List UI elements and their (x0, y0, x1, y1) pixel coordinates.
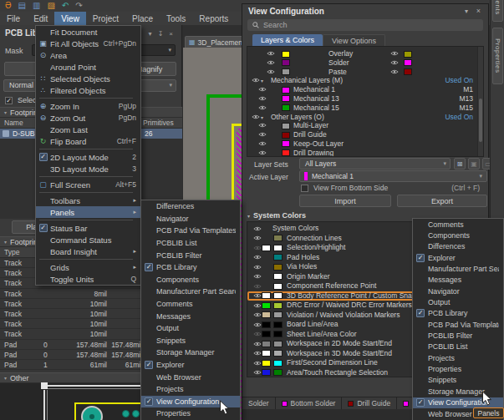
menu-item[interactable]: ✓ Panels ▸ (36, 206, 140, 218)
active-layer-dropdown[interactable]: Mechanical 1 ▾ (299, 170, 487, 182)
export-button[interactable]: Export (397, 195, 487, 207)
eye-icon[interactable] (258, 141, 267, 146)
layer-row[interactable]: ▾ Paste (247, 68, 483, 77)
color-swatch[interactable] (282, 95, 290, 102)
dock-tab-properties[interactable]: Properties (492, 28, 503, 84)
menu-item[interactable]: ✓ Command Status ▸ (36, 234, 140, 245)
eye-icon[interactable] (253, 342, 262, 347)
menu-item[interactable]: ✓ ↻ Flip Board Ctrl+F ▸ (36, 135, 140, 147)
panels-button-callout[interactable]: Panels (473, 407, 504, 418)
color-swatch[interactable] (282, 68, 290, 75)
eye-icon[interactable] (253, 226, 262, 231)
menu-item[interactable]: ✓ 3D Layout Mode 3 ▸ (36, 163, 140, 175)
color-swatch[interactable] (404, 68, 412, 75)
eye-icon[interactable] (253, 331, 262, 337)
save-icon[interactable]: ▤ (18, 2, 26, 10)
layer-row[interactable]: ▾ Mechanical 13 M13 (247, 94, 483, 104)
color-swatch[interactable] (262, 350, 271, 357)
menu-item[interactable]: ✓ Manufacturer Part Search (141, 286, 240, 298)
layer-sets-dropdown[interactable]: All Layers ▾ (299, 158, 451, 170)
document-tab[interactable]: ▦ 3D_Placement (185, 36, 248, 48)
menu-item[interactable]: ✓ Toggle Units Q ▸ (36, 273, 140, 285)
save-all-icon[interactable]: ▥ (33, 2, 40, 10)
menubar-item[interactable]: Reports (192, 12, 235, 25)
menu-item[interactable]: ✓ Explorer (141, 359, 240, 372)
color-swatch[interactable] (282, 104, 290, 111)
eye-icon[interactable] (267, 69, 275, 74)
close-icon[interactable]: × (476, 7, 481, 15)
menu-item[interactable]: ✓ Projects (413, 352, 503, 363)
layer-row[interactable]: ▾ Overlay (247, 49, 483, 58)
color-swatch[interactable] (273, 292, 283, 299)
color-swatch[interactable] (273, 283, 283, 290)
color-swatch[interactable] (282, 140, 290, 147)
menubar-item[interactable]: File (0, 12, 27, 25)
panel-menu-icon[interactable]: ▾ (149, 30, 152, 38)
color-swatch[interactable] (282, 87, 290, 94)
color-swatch[interactable] (262, 302, 271, 309)
layer-tab[interactable]: Solder (242, 397, 276, 409)
eye-icon[interactable] (258, 150, 267, 155)
eye-icon[interactable] (258, 132, 267, 137)
menubar-item[interactable]: Project (86, 12, 125, 25)
eye-icon[interactable] (253, 255, 262, 260)
menu-item[interactable]: ✓ Board Insight ▸ (36, 245, 140, 257)
eye-icon[interactable] (253, 245, 262, 250)
menu-item[interactable]: ✓ Explorer (413, 252, 503, 263)
redo-icon[interactable]: ↷ (75, 2, 82, 10)
menu-item[interactable]: ✓ PCB Library (141, 261, 240, 274)
menu-item[interactable]: ✓ Manufacturer Part Search (413, 263, 503, 274)
color-swatch[interactable] (273, 254, 283, 261)
color-swatch[interactable] (273, 302, 283, 309)
eye-icon[interactable] (253, 322, 262, 327)
color-swatch[interactable] (273, 245, 283, 251)
menu-item[interactable]: ✓ Snippets (141, 335, 240, 347)
color-swatch[interactable] (273, 331, 283, 337)
menu-item[interactable]: ✓ Around Point ▸ (36, 61, 140, 73)
color-swatch[interactable] (262, 292, 271, 299)
color-swatch[interactable] (273, 369, 283, 376)
menu-item[interactable]: ✓ PCBLIB List (413, 342, 503, 352)
menu-item[interactable]: ✓ Zoom Last ▸ (36, 124, 140, 135)
color-swatch[interactable] (262, 360, 271, 367)
system-colors-header[interactable]: ▾ System Colors (247, 211, 306, 220)
menu-item[interactable]: ✓ ⊙ Area ▸ (36, 49, 140, 61)
layer-tab[interactable]: Bottom Solder (276, 397, 343, 409)
layer-tab[interactable]: Drill Guide (342, 397, 397, 409)
menu-item[interactable]: ✓ ⊖ Zoom Out PgDn ▸ (36, 112, 140, 124)
menu-item[interactable]: ✓ Navigator (413, 286, 503, 296)
color-swatch[interactable] (273, 321, 283, 328)
color-swatch[interactable] (273, 360, 283, 367)
menu-item[interactable]: ✓ Components (413, 230, 503, 240)
eye-icon[interactable] (390, 51, 399, 56)
menubar-item[interactable]: Edit (27, 12, 54, 25)
eye-icon[interactable] (267, 51, 275, 56)
layer-row[interactable]: ▾ Drill Drawing (247, 149, 483, 157)
menu-item[interactable]: ✓ 2D Layout Mode 2 ▸ (36, 151, 140, 163)
menu-item[interactable]: ✓ PCBLIB Filter (413, 330, 503, 341)
eye-icon[interactable] (258, 123, 267, 128)
eye-icon[interactable] (390, 69, 399, 74)
color-swatch[interactable] (273, 341, 283, 347)
menu-item[interactable]: ✓ PCBLIB List (141, 237, 240, 250)
menu-item[interactable]: ✓ Differences (413, 241, 503, 252)
eye-icon[interactable] (253, 274, 262, 279)
eye-icon[interactable] (253, 303, 262, 308)
menu-item[interactable]: ✓ ∴ Filtered Objects ▸ (36, 84, 140, 96)
eye-icon[interactable] (252, 78, 260, 83)
menu-item[interactable]: ✓ Storage Manager (141, 347, 240, 359)
pin-icon[interactable]: ↧ (158, 30, 164, 38)
menu-item[interactable]: ✓ Output (413, 296, 503, 307)
eye-icon[interactable] (253, 265, 262, 270)
eye-icon[interactable] (253, 284, 262, 289)
eye-icon[interactable] (253, 235, 262, 240)
menu-item[interactable]: ✓ Output (141, 322, 240, 335)
menu-item[interactable]: ✓ ∷ Selected Objects ▸ (36, 73, 140, 84)
color-swatch[interactable] (273, 311, 283, 318)
add-layer-set-button[interactable]: ⊞ (454, 158, 466, 170)
eye-icon[interactable] (253, 312, 262, 317)
menu-item[interactable]: ✓ ⊕ Zoom In PgUp ▸ (36, 100, 140, 112)
color-swatch[interactable] (404, 59, 412, 66)
dock-tab-comments[interactable]: Comments (492, 0, 503, 22)
color-swatch[interactable] (262, 331, 271, 337)
